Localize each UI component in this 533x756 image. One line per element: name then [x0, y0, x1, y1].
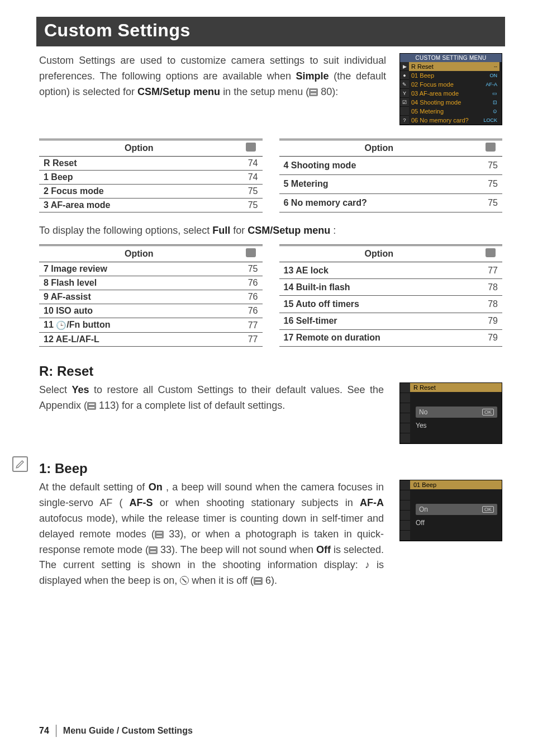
menu-row: 02 Focus modeAF-A [409, 80, 499, 89]
table-row: 12 AE-L/AF-L77 [39, 333, 263, 347]
beep-b1: On [149, 481, 163, 493]
menu-row: 04 Shooting mode⊡ [409, 98, 499, 107]
option-page: 75 [239, 199, 263, 212]
reset-ref: 113) for a complete list of default sett… [96, 400, 285, 411]
table-row: 6 No memory card?75 [279, 193, 503, 212]
between-text: To display the following options, select… [39, 225, 502, 237]
thumb-prefix: 01 [413, 481, 420, 488]
col-page-icon [479, 245, 502, 262]
option-page: 74 [239, 157, 263, 171]
table-row: R Reset74 [39, 157, 263, 171]
thumb-title: 01 Beep [410, 480, 502, 489]
beep-text: At the default setting of On , a beep wi… [39, 480, 384, 589]
option-name: 2 Focus mode [39, 185, 239, 199]
menu-row-val: ON [490, 71, 498, 80]
reset-p1: Select [39, 384, 72, 395]
menu-row-val: AF-A [486, 80, 497, 89]
thumb-opt-label: Yes [416, 422, 427, 429]
table-row: 7 Image review75 [39, 262, 263, 276]
option-page: 78 [479, 296, 502, 313]
note-icon: ♪ [365, 557, 370, 573]
table-row: 16 Self-timer79 [279, 313, 503, 329]
table-row: 5 Metering75 [279, 175, 503, 193]
menu-row-val: ⊡ [493, 98, 497, 107]
menu-row: 06 No memory card?LOCK [409, 116, 499, 125]
option-table-right: Option 13 AE lock77 14 Built-in flash78 … [279, 244, 503, 347]
thumb-title: R Reset [410, 383, 502, 392]
table-row: 13 AE lock77 [279, 262, 503, 279]
ok-icon: OK [482, 506, 494, 513]
menu-row-num: R [411, 63, 416, 70]
between-p1: To display the following options, select [39, 225, 212, 236]
menu-row-num: 02 [411, 81, 418, 88]
beep-p3: or when shooting stationary subjects in [160, 497, 360, 508]
table-row: 10 ISO auto76 [39, 304, 263, 318]
option-page: 75 [479, 175, 502, 193]
option-name: 13 AE lock [279, 262, 479, 279]
menu-row-num: 03 [411, 90, 418, 97]
menu-row-val: LOCK [483, 116, 497, 125]
menu-thumb-sidebar: ▶●✎Y☑? [400, 62, 409, 125]
col-option: Option [279, 245, 479, 262]
page-number: 74 [39, 726, 49, 736]
col-option: Option [39, 140, 239, 157]
option-table-left: Option R Reset74 1 Beep74 2 Focus mode75… [39, 139, 263, 212]
option-name: 7 Image review [39, 262, 239, 276]
book-icon [246, 143, 256, 152]
footer-divider [56, 725, 56, 737]
thumb-sidebar [400, 383, 410, 443]
option-name: 10 ISO auto [39, 304, 239, 318]
option-page: 79 [479, 313, 502, 329]
menu-row-num: 06 [411, 117, 418, 124]
footer: 74 Menu Guide / Custom Settings [39, 725, 502, 737]
beep-off-icon [180, 576, 189, 585]
page-title: Custom Settings [36, 17, 505, 46]
table-row: 15 Auto off timers78 [279, 296, 503, 313]
option-page: 74 [239, 171, 263, 185]
menu-row-label: Beep [420, 72, 434, 79]
menu-row-val: ⊙ [493, 107, 497, 116]
between-p2: for [233, 225, 248, 236]
thumb-title-label: Beep [422, 481, 436, 488]
option-page: 75 [479, 157, 502, 175]
option-name-extra: /Fn button [66, 320, 110, 329]
table-row: 1 Beep74 [39, 171, 263, 185]
table-row: 8 Flash level76 [39, 276, 263, 290]
intro-part3: in the setup menu ( [223, 86, 309, 97]
col-option: Option [39, 245, 239, 262]
option-page: 75 [239, 262, 263, 276]
table-row: 4 Shooting mode75 [279, 157, 503, 175]
thumb-prefix: R [413, 384, 418, 391]
beep-heading: 1: Beep [39, 461, 502, 476]
breadcrumb: Menu Guide / Custom Settings [63, 726, 193, 736]
thumb-opt-label: Off [416, 519, 425, 527]
col-page-icon [239, 245, 263, 262]
menu-row: R Reset-- [409, 62, 499, 71]
option-name: 9 AF-assist [39, 290, 239, 304]
option-name: 6 No memory card? [279, 193, 479, 212]
option-name: 15 Auto off timers [279, 296, 479, 313]
option-name: 16 Self-timer [279, 313, 479, 329]
page-ref-icon [254, 577, 263, 585]
intro-ref: 80): [318, 86, 338, 97]
menu-thumb-list: R Reset-- 01 BeepON 02 Focus modeAF-A 03… [409, 62, 499, 125]
menu-row-label: Shooting mode [420, 99, 461, 106]
thumb-title-label: Reset [420, 384, 436, 391]
book-icon [246, 248, 256, 257]
beep-thumb: 01 Beep OnOK Off [399, 480, 502, 541]
intro-bold1: Simple [296, 70, 329, 82]
menu-row-num: 05 [411, 108, 418, 115]
reset-thumb: R Reset NoOK Yes [399, 382, 502, 444]
thumb-option: Yes [416, 420, 497, 431]
menu-row: 05 Metering⊙ [409, 107, 499, 116]
table-row: 3 AF-area mode75 [39, 199, 263, 212]
option-page: 77 [239, 318, 263, 333]
menu-row-label: AF-area mode [420, 90, 459, 97]
table-row: 9 AF-assist76 [39, 290, 263, 304]
option-page: 76 [239, 304, 263, 318]
beep-b4: Off [316, 544, 331, 555]
thumb-sidebar [400, 480, 410, 541]
table-row: 17 Remote on duration79 [279, 329, 503, 346]
option-table-left: Option 7 Image review75 8 Flash level76 … [39, 244, 263, 347]
option-page: 79 [479, 329, 502, 346]
